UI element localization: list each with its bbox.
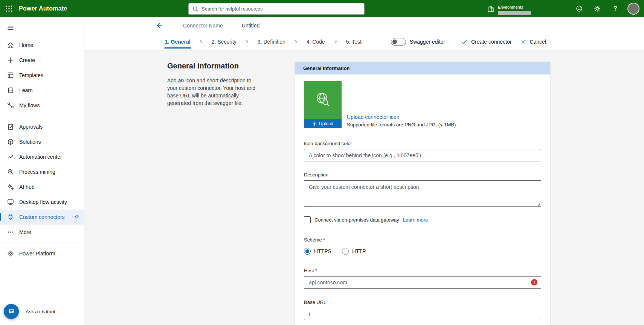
desktop-icon <box>7 198 14 206</box>
close-icon <box>520 39 526 45</box>
ai-sparkle-icon <box>7 183 14 191</box>
sidebar-item-label: Templates <box>19 72 43 78</box>
scheme-label: Scheme* <box>304 237 541 243</box>
chevron-right-icon <box>199 39 203 44</box>
home-icon <box>7 41 14 49</box>
approvals-icon <box>7 123 14 131</box>
host-label: Host* <box>304 268 541 273</box>
connector-icon-tile: Upload <box>304 81 342 128</box>
wizard-steps: 1. General 2. Security 3. Definition 4. … <box>84 34 644 50</box>
host-input[interactable] <box>304 276 541 289</box>
sidebar-item-desktop-flow-activity[interactable]: Desktop flow activity <box>0 194 84 210</box>
chatbot-label: Ask a chatbot <box>26 309 55 314</box>
sidebar-item-label: My flows <box>19 102 40 108</box>
wizard-step-security[interactable]: 2. Security <box>211 34 237 50</box>
gateway-checkbox-row: Connect via on-premises data gateway Lea… <box>304 216 541 223</box>
wizard-step-general[interactable]: 1. General <box>164 34 191 50</box>
account-avatar[interactable] <box>627 3 639 15</box>
sidebar-item-more[interactable]: More <box>0 225 84 240</box>
sidebar-item-automation-center[interactable]: Automation center <box>0 149 84 164</box>
chevron-right-icon <box>294 39 298 44</box>
nav-collapse-button[interactable] <box>2 20 19 36</box>
feedback-button[interactable] <box>573 3 585 15</box>
sidebar-item-create[interactable]: Create <box>0 53 84 68</box>
description-textarea-wrap <box>304 180 541 207</box>
global-search[interactable] <box>188 3 365 15</box>
environments-label: Environments <box>498 5 531 9</box>
create-connector-button[interactable]: Create connector <box>456 35 516 49</box>
search-input[interactable] <box>201 6 360 12</box>
required-marker: * <box>315 268 317 273</box>
chatbot-button[interactable] <box>4 304 19 319</box>
icon-background-input[interactable] <box>304 149 541 161</box>
description-textarea[interactable] <box>304 180 541 207</box>
upload-button[interactable]: Upload <box>304 119 342 128</box>
back-button[interactable] <box>154 21 163 30</box>
waffle-icon <box>6 5 12 12</box>
radio-http-label: HTTP <box>352 248 366 254</box>
connector-icon-preview <box>304 81 342 119</box>
wizard-step-code[interactable]: 4. Code <box>306 34 326 50</box>
app-launcher-button[interactable] <box>0 0 18 17</box>
cancel-button[interactable]: Cancel <box>516 35 551 49</box>
upload-info: Upload connector icon Supported file for… <box>347 81 456 128</box>
sidebar-item-solutions[interactable]: Solutions <box>0 134 84 149</box>
scheme-label-text: Scheme <box>304 237 322 243</box>
sidebar-item-label: Power Platform <box>19 251 55 257</box>
icon-upload-section: Upload Upload connector icon Supported f… <box>304 81 541 128</box>
solutions-icon <box>7 138 14 146</box>
sidebar-item-label: Process mining <box>19 169 55 175</box>
wizard-actions: Swagger editor Create connector Cancel <box>391 35 551 49</box>
connector-name-value[interactable]: Untitled <box>242 23 259 29</box>
wizard-step-test[interactable]: 5. Test <box>345 34 362 50</box>
swagger-editor-toggle[interactable] <box>391 38 406 46</box>
base-url-input[interactable] <box>304 308 541 320</box>
sidebar-item-ai-hub[interactable]: AI hub <box>0 179 84 194</box>
nav-divider <box>0 243 84 243</box>
gear-icon <box>594 5 601 12</box>
chart-icon <box>7 153 14 161</box>
scheme-option-http[interactable]: HTTP <box>342 248 366 255</box>
book-icon <box>7 87 14 94</box>
upload-icon <box>312 121 317 126</box>
left-nav: Home Create Templates Learn My flows App… <box>0 17 84 325</box>
smiley-icon <box>575 5 583 12</box>
connector-icon <box>7 213 14 221</box>
sidebar-item-label: Home <box>19 42 33 48</box>
top-app-bar: Power Automate Environments ? <box>0 0 644 17</box>
settings-button[interactable] <box>591 3 603 15</box>
help-icon: ? <box>613 5 617 12</box>
nav-divider <box>0 116 84 116</box>
step-label: 1. General <box>165 39 191 45</box>
sidebar-item-process-mining[interactable]: Process mining <box>0 164 84 179</box>
gateway-checkbox[interactable] <box>304 216 311 223</box>
create-connector-label: Create connector <box>471 39 511 45</box>
sidebar-item-learn[interactable]: Learn <box>0 83 84 98</box>
wizard-step-definition[interactable]: 3. Definition <box>257 34 286 50</box>
required-marker: * <box>323 237 325 243</box>
pin-icon[interactable] <box>73 214 79 220</box>
general-step-content: General information Add an icon and shor… <box>84 50 644 325</box>
error-glyph: ! <box>534 280 535 285</box>
sidebar-item-power-platform[interactable]: Power Platform <box>0 246 84 261</box>
sidebar-item-approvals[interactable]: Approvals <box>0 119 84 134</box>
sidebar-item-my-flows[interactable]: My flows <box>0 98 84 113</box>
radio-http[interactable] <box>342 248 349 255</box>
radio-https[interactable] <box>304 248 311 255</box>
upload-connector-icon-link[interactable]: Upload connector icon <box>347 114 399 120</box>
sidebar-item-label: AI hub <box>19 184 34 190</box>
scheme-option-https[interactable]: HTTPS <box>304 248 331 255</box>
panel-body: Upload Upload connector icon Supported f… <box>295 74 550 320</box>
sidebar-item-home[interactable]: Home <box>0 38 84 53</box>
environments-picker[interactable]: Environments <box>487 3 531 15</box>
step-intro: General information Add an icon and shor… <box>167 62 295 107</box>
app-title: Power Automate <box>19 5 67 12</box>
sidebar-item-custom-connectors[interactable]: Custom connectors <box>0 210 84 225</box>
error-icon: ! <box>531 279 537 286</box>
sidebar-item-templates[interactable]: Templates <box>0 68 84 83</box>
help-button[interactable]: ? <box>609 3 621 15</box>
process-mining-icon <box>7 168 14 176</box>
radio-https-label: HTTPS <box>314 248 331 254</box>
topbar-actions: Environments ? <box>487 0 644 17</box>
learn-more-link[interactable]: Learn more <box>403 217 428 223</box>
